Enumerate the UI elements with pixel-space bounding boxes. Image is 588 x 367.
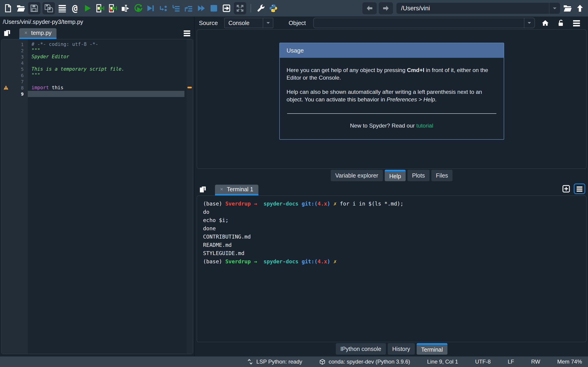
editor-line[interactable]: 6"""	[2, 72, 187, 78]
parent-directory-button[interactable]	[575, 3, 585, 14]
hamburger-icon	[576, 185, 583, 192]
terminal-options-menu-button[interactable]	[574, 184, 585, 194]
lsp-status: LSP Python: ready	[247, 359, 302, 365]
status-bar: LSP Python: ready conda: spyder-dev (Pyt…	[0, 357, 588, 367]
browse-tabs-button[interactable]	[2, 28, 12, 38]
python-logo-icon	[269, 4, 278, 13]
browse-terminal-tabs-button[interactable]	[198, 185, 208, 194]
debug-step-over-button[interactable]	[171, 3, 181, 14]
run-cell-advance-button[interactable]	[107, 3, 118, 14]
new-window-button[interactable]	[221, 3, 232, 14]
back-button[interactable]	[363, 2, 377, 14]
pane-tab-variable-explorer[interactable]: Variable explorer	[331, 170, 383, 181]
editor-line[interactable]: 7	[2, 78, 187, 85]
debug-step-into-button[interactable]	[183, 3, 194, 14]
save-all-icon	[44, 4, 53, 13]
terminal-tab-label: Terminal 1	[227, 186, 253, 193]
up-arrow-icon	[576, 4, 584, 13]
editor-tab-temp-py[interactable]: × temp.py	[19, 28, 57, 39]
editor-line[interactable]: 8import this	[2, 85, 187, 91]
debug-continue-button[interactable]	[196, 3, 207, 14]
new-file-button[interactable]	[3, 3, 13, 14]
console-pane-tabs: IPython consoleHistoryTerminal	[195, 342, 588, 357]
code-line	[28, 91, 184, 97]
editor-line[interactable]: 5This is a temporary script file.	[2, 66, 187, 72]
terminal-line: STYLEGUIDE.md	[203, 249, 580, 257]
line-number: 7	[21, 79, 24, 84]
usage-footer-text: New to Spyder? Read our	[350, 123, 416, 129]
pane-tab-plots[interactable]: Plots	[407, 170, 430, 181]
new-file-icon	[4, 4, 12, 13]
usage-footer: New to Spyder? Read our tutorial	[287, 122, 497, 130]
working-directory-combo[interactable]: /Users/vini	[397, 3, 560, 14]
maximize-pane-button[interactable]	[234, 2, 246, 15]
save-button[interactable]	[28, 2, 40, 15]
back-arrow-icon	[366, 4, 373, 12]
debug-stop-button[interactable]	[208, 3, 219, 14]
pane-tab-terminal[interactable]: Terminal	[417, 343, 447, 355]
help-options-menu-button[interactable]	[571, 18, 582, 28]
forward-button[interactable]	[379, 2, 393, 14]
source-select-dropdown[interactable]	[263, 18, 273, 28]
code-editor[interactable]: 1# -*- coding: utf-8 -*-2"""3Spyder Edit…	[1, 39, 193, 354]
usage-divider	[287, 113, 496, 114]
pane-tab-files[interactable]: Files	[431, 170, 453, 181]
source-select[interactable]: Console	[224, 18, 273, 28]
chevron-down-icon	[527, 22, 531, 24]
editor-tab-label: temp.py	[31, 30, 52, 36]
object-combobox-dropdown[interactable]	[524, 18, 535, 28]
usage-card: Usage Here you can get help of any objec…	[279, 43, 504, 140]
help-pane-tabs: Variable explorerHelpPlotsFiles	[195, 169, 588, 183]
terminal-tab-1[interactable]: × Terminal 1	[215, 185, 258, 195]
debug-play-icon	[146, 4, 155, 13]
editor-options-menu-button[interactable]	[182, 28, 192, 38]
preferences-button[interactable]	[255, 3, 266, 14]
working-directory-dropdown[interactable]	[549, 3, 560, 14]
fast-forward-icon	[197, 4, 206, 13]
line-number: 2	[21, 48, 24, 53]
step-into-icon	[184, 4, 193, 13]
pane-tab-history[interactable]: History	[388, 343, 415, 355]
editor-scrollbar[interactable]	[187, 40, 193, 354]
file-switcher-button[interactable]	[57, 3, 68, 14]
save-all-button[interactable]	[43, 2, 55, 15]
help-content: Usage Here you can get help of any objec…	[197, 29, 587, 169]
run-icon	[83, 4, 92, 13]
editor-line[interactable]: 2"""	[2, 48, 187, 54]
help-lock-button[interactable]	[556, 18, 566, 28]
tutorial-link[interactable]: tutorial	[416, 123, 433, 129]
line-number: 6	[21, 73, 24, 78]
run-file-button[interactable]	[82, 3, 93, 14]
new-terminal-button[interactable]	[562, 184, 571, 193]
toolbar-separator	[251, 4, 251, 12]
rerun-cell-button[interactable]	[133, 3, 143, 14]
debug-file-button[interactable]	[145, 3, 156, 14]
close-tab-icon[interactable]: ×	[220, 187, 223, 192]
symbol-finder-button[interactable]: @	[69, 3, 80, 14]
close-tab-icon[interactable]: ×	[24, 30, 27, 35]
debug-cell-button[interactable]	[158, 3, 169, 14]
run-cell-button[interactable]	[95, 3, 105, 14]
file-list-icon	[58, 4, 67, 13]
editor-line[interactable]: 9	[2, 91, 187, 97]
editor-line[interactable]: 3Spyder Editor	[2, 54, 187, 60]
pane-tab-ipython-console[interactable]: IPython console	[336, 343, 386, 355]
working-directory-value: /Users/vini	[397, 5, 549, 12]
terminal-output[interactable]: (base) Sverdrup → spyder-docs git:(4.x) …	[197, 195, 587, 342]
pane-tab-help[interactable]: Help	[385, 170, 406, 181]
browse-directory-button[interactable]	[562, 3, 573, 14]
open-file-button[interactable]	[15, 3, 26, 14]
help-home-button[interactable]	[540, 18, 551, 28]
source-select-value: Console	[225, 20, 263, 26]
editor-line[interactable]: 1# -*- coding: utf-8 -*-	[2, 41, 187, 48]
terminal-lines: (base) Sverdrup → spyder-docs git:(4.x) …	[203, 200, 580, 266]
plus-box-icon	[562, 184, 571, 193]
pythonpath-button[interactable]	[268, 3, 279, 14]
object-combobox[interactable]	[313, 18, 535, 28]
editor-line[interactable]: 4	[2, 60, 187, 66]
breadcrumb: /Users/vini/.spyder-py3/temp.py	[0, 17, 194, 27]
run-cell-advance-icon	[108, 4, 117, 13]
code-line: # -*- coding: utf-8 -*-	[28, 41, 184, 48]
warning-icon	[3, 85, 9, 90]
run-selection-button[interactable]	[120, 3, 131, 14]
